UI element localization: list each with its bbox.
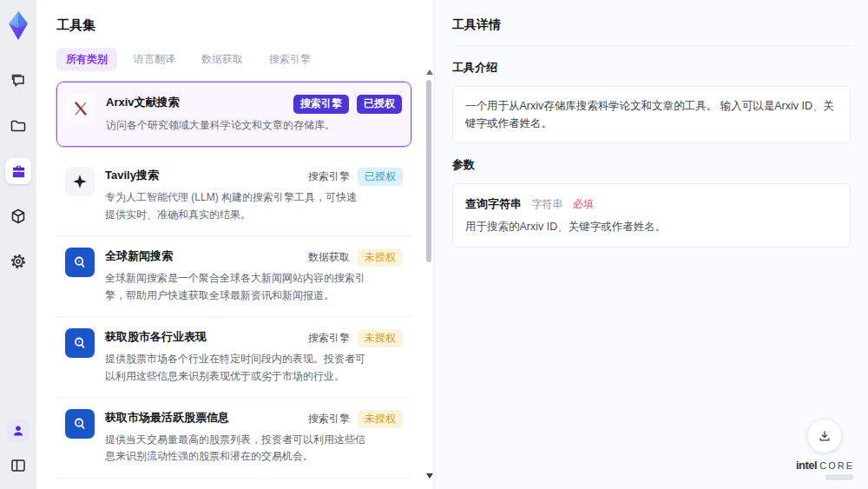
auth-status-badge: 已授权	[357, 95, 402, 114]
tool-details-panel: 工具详情 工具介绍 一个用于从Arxiv存储库搜索科学论文和文章的工具。 输入可…	[434, 0, 868, 489]
tool-name: 获取市场最活跃股票信息	[105, 409, 229, 426]
intro-text-box: 一个用于从Arxiv存储库搜索科学论文和文章的工具。 输入可以是Arxiv ID…	[452, 86, 851, 143]
user-icon	[11, 424, 25, 438]
tool-card-tavily[interactable]: Tavily搜索 搜索引擎 已授权 专为人工智能代理 (LLM) 构建的搜索引擎…	[56, 155, 411, 236]
auth-status-badge: 未授权	[358, 248, 403, 268]
details-title: 工具详情	[452, 17, 851, 46]
magnifier-blue-icon	[65, 328, 95, 358]
category-label: 搜索引擎	[308, 169, 350, 184]
auth-status-badge: 已授权	[358, 168, 403, 187]
tool-name: 获取股市各行业表现	[105, 328, 207, 346]
tool-card-active-stocks[interactable]: 获取市场最活跃股票信息 搜索引擎 未授权 提供当天交易量最高的股票列表，投资者可…	[56, 398, 411, 479]
tool-list: Arxiv文献搜索 搜索引擎 已授权 访问各个研究领域大量科学论文和文章的存储库…	[56, 82, 425, 489]
magnifier-blue-icon	[65, 409, 95, 439]
sidebar-item-toolset[interactable]	[5, 158, 31, 184]
tool-card-stock-sector[interactable]: 获取股市各行业表现 搜索引擎 未授权 提供股票市场各个行业在特定时间段内的表现。…	[56, 317, 411, 398]
app-logo	[1, 7, 36, 45]
sidebar-item-files[interactable]	[5, 113, 31, 139]
intel-wordmark: intel	[796, 459, 817, 472]
parameter-description: 用于搜索的Arxiv ID、关键字或作者姓名。	[465, 219, 838, 235]
scroll-up-arrow-icon[interactable]	[426, 69, 433, 75]
sidebar	[0, 0, 36, 489]
tool-description: 全球新闻搜索是一个聚合全球各大新闻网站内容的搜索引擎，帮助用户快速获取全球最新资…	[105, 270, 365, 303]
scrollbar-thumb[interactable]	[426, 80, 431, 262]
briefcase-icon	[10, 163, 27, 180]
tab-all-categories[interactable]: 所有类别	[56, 48, 117, 71]
folder-icon	[10, 117, 27, 135]
sidebar-item-account[interactable]	[7, 420, 30, 442]
chat-icon	[10, 72, 27, 89]
tool-description: 专为人工智能代理 (LLM) 构建的搜索引擎工具，可快速提供实时、准确和真实的结…	[105, 189, 365, 222]
arxiv-logo-icon	[66, 94, 95, 123]
tool-card-regional-news[interactable]: 万维地区新闻查询 搜索引擎 未授权 查询具体行政区划内的新闻，快速了解各地新闻动	[56, 479, 411, 489]
category-badge: 搜索引擎	[293, 95, 349, 114]
category-tabs: 所有类别 语言翻译 数据获取 搜索引擎	[56, 48, 425, 71]
four-point-star-icon	[65, 167, 95, 196]
download-icon	[818, 429, 832, 443]
tool-description: 提供股票市场各个行业在特定时间段内的表现。投资者可以利用这些信息来识别表现优于或…	[105, 351, 365, 384]
sidebar-item-chat[interactable]	[5, 68, 31, 94]
sidebar-item-collapse[interactable]	[5, 453, 31, 479]
intro-heading: 工具介绍	[452, 60, 851, 76]
cube-icon	[10, 208, 27, 225]
tool-card-global-news[interactable]: 全球新闻搜索 数据获取 未授权 全球新闻搜索是一个聚合全球各大新闻网站内容的搜索…	[56, 236, 411, 317]
category-label: 搜索引擎	[308, 412, 350, 426]
tool-description: 提供当天交易量最高的股票列表，投资者可以利用这些信息来识别流动性强的股票和潜在的…	[105, 432, 365, 465]
brand-subtext	[825, 474, 853, 480]
sidebar-item-plugins[interactable]	[5, 203, 31, 229]
parameter-name: 查询字符串	[465, 197, 522, 210]
category-label: 搜索引擎	[308, 331, 350, 346]
auth-status-badge: 未授权	[358, 329, 403, 348]
category-label: 数据获取	[308, 250, 350, 265]
gear-icon	[10, 253, 27, 270]
corner-widgets: intel CORE	[796, 420, 854, 482]
tab-translation[interactable]: 语言翻译	[124, 48, 185, 71]
tab-search-engine[interactable]: 搜索引擎	[260, 48, 320, 71]
tab-data-fetch[interactable]: 数据获取	[192, 48, 253, 71]
sidebar-item-settings[interactable]	[5, 248, 31, 274]
toolset-panel: 工具集 所有类别 语言翻译 数据获取 搜索引擎 Arxiv文献搜索	[36, 0, 434, 489]
parameter-header: 查询字符串 字符串 必填	[465, 195, 838, 212]
required-label: 必填	[573, 198, 594, 210]
tool-description: 访问各个研究领域大量科学论文和文章的存储库。	[106, 117, 366, 134]
core-wordmark: CORE	[819, 460, 854, 471]
list-scrollbar[interactable]	[424, 69, 433, 479]
tool-card-arxiv[interactable]: Arxiv文献搜索 搜索引擎 已授权 访问各个研究领域大量科学论文和文章的存储库…	[56, 82, 411, 147]
tool-name: 全球新闻搜索	[105, 248, 173, 265]
parameter-type: 字符串	[531, 198, 562, 210]
download-button[interactable]	[808, 420, 841, 453]
panel-icon	[10, 457, 27, 474]
tool-name: Arxiv文献搜索	[106, 94, 180, 111]
intel-core-logo: intel CORE	[796, 459, 854, 472]
page-title: 工具集	[56, 17, 425, 34]
tool-name: Tavily搜索	[105, 167, 159, 184]
magnifier-blue-icon	[65, 248, 95, 277]
params-heading: 参数	[452, 157, 851, 173]
app-window: 工具集 所有类别 语言翻译 数据获取 搜索引擎 Arxiv文献搜索	[0, 0, 868, 489]
scroll-down-arrow-icon[interactable]	[426, 473, 433, 479]
auth-status-badge: 未授权	[358, 410, 403, 429]
parameter-card: 查询字符串 字符串 必填 用于搜索的Arxiv ID、关键字或作者姓名。	[452, 183, 851, 248]
